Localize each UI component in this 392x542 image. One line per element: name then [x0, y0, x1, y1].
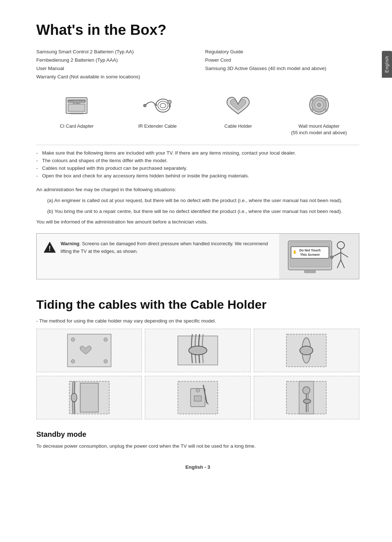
svg-point-49	[71, 393, 77, 402]
standby-text: To decrease power consumption, unplug th…	[36, 442, 359, 450]
svg-rect-4	[68, 104, 85, 111]
warning-right: Do Not Touch This Screen! ✋	[279, 234, 359, 279]
page-container: English What's in the Box? Samsung Smart…	[0, 0, 392, 542]
svg-point-53	[196, 389, 200, 392]
svg-line-29	[341, 252, 348, 257]
item-6: Samsung 3D Active Glasses (40 inch model…	[205, 65, 359, 72]
svg-point-19	[311, 109, 313, 111]
svg-text:COMMON INTERFACE: COMMON INTERFACE	[67, 100, 86, 102]
bullet-item-2: The colours and shapes of the items diff…	[36, 158, 359, 163]
wall-mount-icon-box	[301, 91, 337, 120]
cable-holder-icon-box	[220, 91, 256, 120]
ci-card-icon: COMMON INTERFACE 5V ONLY	[62, 95, 91, 116]
section1-title: What's in the Box?	[36, 22, 359, 38]
ci-card-icon-box: COMMON INTERFACE 5V ONLY	[58, 91, 95, 120]
cable-img-4	[36, 376, 142, 419]
cable-img-2	[145, 329, 250, 372]
svg-rect-25	[305, 270, 315, 273]
item-4: Power Cord	[205, 57, 359, 63]
wall-mount-item: Wall mount Adapter (55 inch model and ab…	[279, 91, 360, 136]
svg-rect-52	[194, 396, 201, 401]
cable-images-top-row	[36, 329, 359, 372]
admin-intro: An administration fee may be charged in …	[36, 186, 359, 194]
cable-img-3	[254, 329, 359, 372]
warning-icon: !	[43, 241, 56, 254]
ir-extender-label: IR Extender Cable	[138, 123, 177, 130]
warning-label: Warning	[61, 241, 79, 246]
warning-text: Warning: Screens can be damaged from dir…	[61, 240, 274, 255]
ci-card-label: CI Card Adapter	[60, 123, 94, 130]
bullet-item-1: Make sure that the following items are i…	[36, 150, 359, 156]
cable-step-3-icon	[279, 330, 334, 370]
admin-b: (b) You bring the unit to a repair centr…	[36, 208, 359, 215]
svg-point-40	[71, 360, 75, 363]
cable-holder-icon	[224, 94, 253, 118]
admin-section: An administration fee may be charged in …	[36, 186, 359, 226]
item-2: Regulatory Guide	[205, 48, 359, 55]
cable-instruction: The method for using the cable holder ma…	[36, 318, 359, 324]
bullet-list: Make sure that the following items are i…	[36, 150, 359, 178]
cable-img-1	[36, 329, 142, 372]
svg-point-8	[160, 103, 166, 108]
svg-point-39	[104, 338, 107, 341]
svg-text:Do Not Touch: Do Not Touch	[299, 249, 320, 252]
accessories-icons-row: COMMON INTERFACE 5V ONLY CI Card Adapter	[36, 91, 359, 136]
section2-title: Tiding the cables with the Cable Holder	[36, 297, 359, 312]
cable-step-1-icon	[62, 330, 117, 370]
svg-point-9	[143, 104, 146, 107]
svg-point-32	[330, 256, 333, 259]
cable-holder-item: Cable Holder	[198, 91, 279, 130]
cable-img-5	[145, 376, 250, 419]
cable-step-5-icon	[171, 378, 225, 418]
svg-point-59	[303, 399, 311, 403]
svg-point-38	[71, 338, 75, 341]
item-3: Fernbedienung 2 Batterien (Typ AAA)	[36, 57, 191, 63]
svg-point-7	[158, 101, 168, 110]
svg-point-16	[317, 103, 321, 107]
svg-point-41	[104, 360, 107, 363]
ir-extender-icon	[141, 95, 174, 116]
warning-left: ! Warning: Screens can be damaged from d…	[37, 234, 279, 279]
svg-point-18	[325, 98, 327, 100]
cable-images-bottom-row	[36, 376, 359, 419]
cable-step-4-icon	[62, 378, 117, 418]
cable-step-2-icon	[171, 330, 225, 370]
svg-text:✋: ✋	[293, 250, 297, 254]
svg-point-58	[303, 387, 310, 394]
ir-extender-item: IR Extender Cable	[117, 91, 198, 130]
footer-text: English - 3	[185, 464, 210, 470]
cable-img-6	[254, 376, 359, 419]
svg-line-31	[341, 260, 344, 268]
svg-point-26	[337, 242, 344, 249]
ir-extender-icon-box	[139, 91, 176, 120]
svg-point-46	[300, 346, 313, 355]
side-tab: English	[382, 51, 392, 78]
item-7: Warranty Card (Not available in some loc…	[36, 73, 191, 80]
svg-line-30	[337, 260, 341, 268]
svg-point-17	[311, 98, 313, 100]
bullet-item-3: Cables not supplied with this product ca…	[36, 165, 359, 171]
svg-point-11	[168, 100, 171, 104]
svg-text:This Screen!: This Screen!	[300, 253, 320, 256]
standby-title: Standby mode	[36, 430, 359, 439]
warning-body: : Screens can be damaged from direct pre…	[61, 241, 268, 254]
svg-rect-48	[80, 383, 98, 412]
page-footer: English - 3	[36, 464, 359, 470]
admin-a: (a) An engineer is called out at your re…	[36, 197, 359, 205]
svg-text:!: !	[49, 245, 51, 252]
admin-note: You will be informed of the administrati…	[36, 218, 359, 226]
wall-mount-icon	[305, 94, 334, 118]
item-5: User Manual	[36, 65, 191, 72]
cable-holder-label: Cable Holder	[224, 123, 252, 130]
svg-point-43	[189, 346, 207, 355]
item-1: Samsung Smart Control 2 Batterien (Typ A…	[36, 48, 191, 55]
warning-box: ! Warning: Screens can be damaged from d…	[36, 233, 359, 279]
wall-mount-label: Wall mount Adapter (55 inch model and ab…	[291, 123, 347, 136]
do-not-touch-illustration: Do Not Touch This Screen! ✋	[285, 237, 354, 275]
divider-1	[36, 145, 359, 145]
svg-point-10	[155, 104, 157, 106]
included-items-grid: Samsung Smart Control 2 Batterien (Typ A…	[36, 48, 359, 80]
bullet-item-4: Open the box and check for any accessory…	[36, 173, 359, 178]
ci-card-adapter-item: COMMON INTERFACE 5V ONLY CI Card Adapter	[36, 91, 117, 130]
cable-step-6-icon	[279, 378, 334, 418]
